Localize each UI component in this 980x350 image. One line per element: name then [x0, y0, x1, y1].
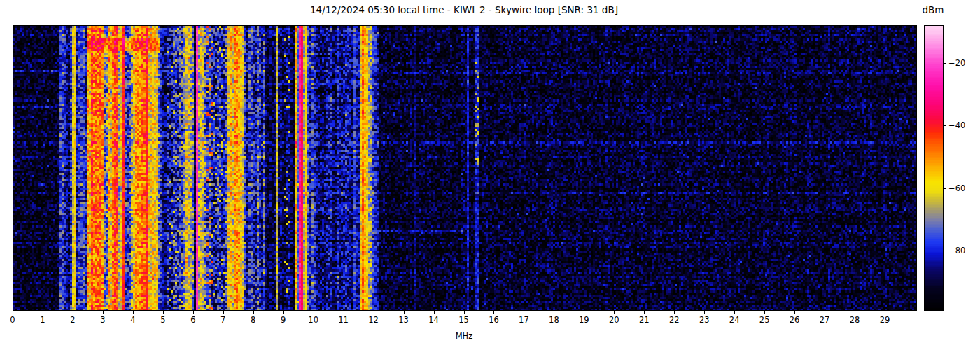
colorbar — [924, 25, 944, 312]
x-tick-mark — [674, 311, 675, 314]
spectrogram-plot — [13, 25, 917, 311]
x-tick-label: 18 — [542, 315, 566, 325]
x-tick-label: 29 — [873, 315, 897, 325]
spectrogram-canvas — [13, 26, 916, 310]
colorbar-tick-mark — [944, 63, 946, 64]
x-tick-mark — [73, 311, 74, 314]
x-tick-label: 11 — [332, 315, 356, 325]
x-tick-label: 4 — [121, 315, 145, 325]
x-tick-label: 1 — [31, 315, 55, 325]
x-tick-mark — [13, 311, 13, 314]
x-tick-label: 7 — [211, 315, 235, 325]
spectrogram-figure: 14/12/2024 05:30 local time - KIWI_2 - S… — [0, 0, 980, 350]
x-tick-mark — [644, 311, 645, 314]
colorbar-tick-label: −20 — [948, 58, 976, 68]
x-tick-mark — [163, 311, 164, 314]
x-tick-label: 21 — [632, 315, 656, 325]
x-tick-label: 15 — [452, 315, 476, 325]
x-tick-label: 6 — [181, 315, 205, 325]
x-tick-label: 20 — [602, 315, 626, 325]
x-tick-mark — [464, 311, 465, 314]
x-tick-mark — [374, 311, 374, 314]
x-tick-mark — [614, 311, 615, 314]
x-tick-label: 23 — [692, 315, 716, 325]
x-tick-mark — [493, 311, 494, 314]
x-tick-label: 13 — [392, 315, 416, 325]
x-tick-mark — [103, 311, 104, 314]
x-tick-label: 27 — [813, 315, 836, 325]
x-tick-mark — [193, 311, 194, 314]
x-tick-mark — [764, 311, 765, 314]
x-tick-mark — [794, 311, 795, 314]
chart-title: 14/12/2024 05:30 local time - KIWI_2 - S… — [13, 4, 916, 15]
colorbar-tick-label: −60 — [948, 183, 976, 193]
x-tick-label: 5 — [151, 315, 175, 325]
x-tick-mark — [344, 311, 344, 314]
colorbar-tick-mark — [944, 125, 946, 126]
x-tick-mark — [554, 311, 554, 314]
x-tick-mark — [734, 311, 735, 314]
x-tick-label: 10 — [302, 315, 326, 325]
x-tick-label: 28 — [843, 315, 867, 325]
x-tick-label: 25 — [752, 315, 776, 325]
x-tick-mark — [314, 311, 314, 314]
x-tick-label: 26 — [783, 315, 806, 325]
x-tick-label: 19 — [572, 315, 596, 325]
x-tick-label: 17 — [512, 315, 536, 325]
x-tick-mark — [704, 311, 705, 314]
x-tick-mark — [855, 311, 855, 314]
colorbar-tick-mark — [944, 188, 946, 189]
colorbar-gradient-canvas — [925, 26, 943, 311]
colorbar-tick-label: −40 — [948, 120, 976, 130]
colorbar-unit-label: dBm — [917, 4, 949, 15]
x-tick-mark — [253, 311, 254, 314]
x-tick-mark — [825, 311, 825, 314]
x-tick-mark — [584, 311, 584, 314]
x-tick-label: 14 — [422, 315, 446, 325]
x-tick-mark — [133, 311, 134, 314]
colorbar-tick-label: −80 — [948, 246, 976, 255]
x-tick-label: 8 — [241, 315, 265, 325]
x-tick-mark — [223, 311, 224, 314]
x-tick-label: 0 — [1, 315, 24, 325]
x-tick-label: 16 — [482, 315, 505, 325]
colorbar-tick-mark — [944, 251, 946, 251]
x-tick-label: 12 — [362, 315, 386, 325]
x-tick-label: 3 — [91, 315, 115, 325]
x-tick-mark — [284, 311, 284, 314]
x-axis-label: MHz — [13, 331, 916, 341]
x-tick-mark — [524, 311, 524, 314]
x-tick-mark — [434, 311, 435, 314]
x-tick-label: 9 — [272, 315, 295, 325]
x-tick-label: 22 — [662, 315, 686, 325]
x-tick-label: 24 — [722, 315, 746, 325]
x-tick-mark — [404, 311, 405, 314]
x-tick-mark — [43, 311, 43, 314]
x-tick-label: 2 — [61, 315, 85, 325]
x-tick-mark — [885, 311, 886, 314]
